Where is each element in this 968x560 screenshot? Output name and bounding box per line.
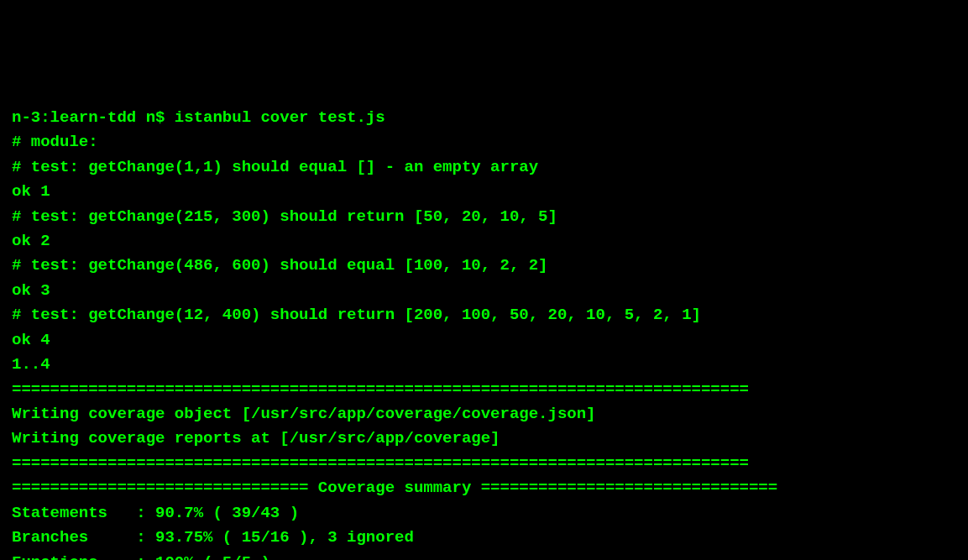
coverage-branches: Branches : 93.75% ( 15/16 ), 3 ignored bbox=[12, 526, 956, 550]
output-line: ok 1 bbox=[12, 180, 956, 204]
output-line: ok 4 bbox=[12, 328, 956, 353]
output-line: # test: getChange(215, 300) should retur… bbox=[12, 205, 956, 229]
output-line: ok 3 bbox=[12, 279, 956, 303]
separator-line: ========================================… bbox=[12, 378, 956, 402]
coverage-statements: Statements : 90.7% ( 39/43 ) bbox=[12, 501, 956, 526]
output-line: # test: getChange(486, 600) should equal… bbox=[12, 254, 956, 278]
coverage-functions: Functions : 100% ( 5/5 ) bbox=[12, 551, 956, 560]
output-line: ok 2 bbox=[12, 229, 956, 254]
output-line: # module: bbox=[12, 130, 956, 154]
terminal-output: n-3:learn-tdd n$ istanbul cover test.js#… bbox=[12, 106, 956, 560]
output-line: 1..4 bbox=[12, 353, 956, 377]
output-line: # test: getChange(1,1) should equal [] -… bbox=[12, 155, 956, 180]
output-line: Writing coverage object [/usr/src/app/co… bbox=[12, 402, 956, 427]
output-line: Writing coverage reports at [/usr/src/ap… bbox=[12, 427, 956, 451]
separator-line: ========================================… bbox=[12, 452, 956, 476]
prompt-line: n-3:learn-tdd n$ istanbul cover test.js bbox=[12, 106, 956, 130]
coverage-summary-header: =============================== Coverage… bbox=[12, 476, 956, 500]
output-line: # test: getChange(12, 400) should return… bbox=[12, 303, 956, 327]
